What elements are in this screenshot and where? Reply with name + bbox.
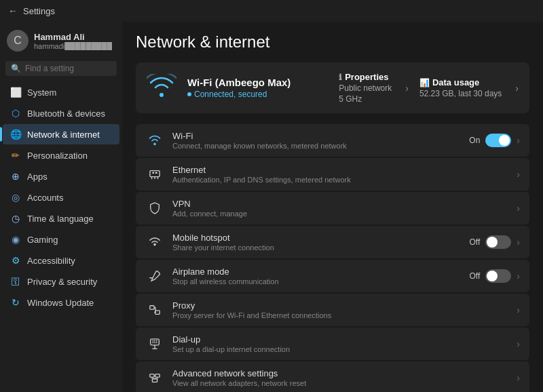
svg-point-11 — [152, 340, 153, 342]
setting-text-dialup: Dial-upSet up a dial-up internet connect… — [172, 334, 508, 353]
properties-header: ℹ Properties — [339, 72, 388, 82]
frequency: 5 GHz — [339, 94, 362, 104]
app-title: Settings — [23, 6, 55, 16]
sidebar-item-apps[interactable]: ⊕Apps — [0, 166, 122, 187]
toggle-label-airplane: Off — [470, 271, 481, 281]
setting-text-advanced: Advanced network settingsView all networ… — [172, 368, 508, 387]
nav-items: ⬜System⬡Bluetooth & devices🌐Network & in… — [0, 81, 122, 313]
wifi-large-icon — [147, 74, 176, 102]
setting-right-airplane: Off› — [470, 269, 520, 283]
setting-row-airplane[interactable]: Airplane modeStop all wireless communica… — [136, 260, 529, 292]
row-chevron-advanced: › — [517, 372, 520, 383]
data-usage[interactable]: 📊 Data usage 52.23 GB, last 30 days — [419, 77, 502, 98]
setting-name-dialup: Dial-up — [172, 334, 508, 345]
svg-rect-20 — [152, 379, 157, 383]
sidebar-item-time[interactable]: ◷Time & language — [0, 208, 122, 229]
setting-row-vpn[interactable]: VPNAdd, connect, manage› — [136, 192, 529, 224]
data-usage-header: 📊 Data usage — [419, 77, 479, 87]
wifi-ssid: Wi-Fi (Ambeego Max) — [187, 77, 328, 88]
row-chevron-proxy: › — [517, 305, 520, 315]
setting-row-proxy[interactable]: ProxyProxy server for Wi-Fi and Ethernet… — [136, 294, 529, 326]
sidebar: C Hammad Ali hammadi█████████ 🔍 ⬜System⬡… — [0, 22, 122, 392]
sidebar-item-personalization[interactable]: ✏Personalization — [0, 145, 122, 165]
sidebar-item-accessibility[interactable]: ⚙Accessibility — [0, 250, 122, 271]
sidebar-item-update[interactable]: ↻Windows Update — [0, 292, 122, 313]
sidebar-item-bluetooth[interactable]: ⬡Bluetooth & devices — [0, 103, 122, 123]
nav-label-gaming: Gaming — [27, 235, 58, 245]
toggle-thumb-airplane — [487, 271, 498, 281]
svg-point-6 — [153, 243, 156, 246]
user-section[interactable]: C Hammad Ali hammadi█████████ — [0, 24, 122, 60]
search-input[interactable] — [25, 64, 127, 73]
nav-icon-update: ↻ — [10, 296, 22, 309]
back-button[interactable]: ← — [8, 5, 18, 16]
setting-icon-proxy — [145, 300, 164, 319]
wifi-status: Connected, secured — [187, 90, 328, 99]
setting-text-airplane: Airplane modeStop all wireless communica… — [172, 267, 462, 286]
page-title: Network & internet — [136, 33, 529, 52]
setting-icon-advanced — [145, 368, 164, 387]
setting-text-proxy: ProxyProxy server for Wi-Fi and Ethernet… — [172, 300, 508, 319]
data-usage-chevron: › — [515, 83, 519, 94]
svg-point-16 — [156, 342, 157, 343]
avatar: C — [7, 30, 29, 52]
setting-icon-ethernet — [145, 165, 164, 184]
toggle-label-wifi: On — [469, 136, 480, 145]
content-area: Network & internet Wi-Fi (Ambeego Max) — [122, 22, 543, 392]
setting-name-vpn: VPN — [172, 199, 508, 209]
nav-icon-personalization: ✏ — [10, 149, 22, 161]
svg-point-15 — [154, 342, 155, 343]
setting-name-ethernet: Ethernet — [172, 165, 508, 175]
setting-text-vpn: VPNAdd, connect, manage — [172, 199, 508, 218]
nav-icon-gaming: ◉ — [10, 233, 22, 246]
setting-row-wifi[interactable]: Wi-FiConnect, manage known networks, met… — [136, 124, 529, 157]
main-layout: C Hammad Ali hammadi█████████ 🔍 ⬜System⬡… — [0, 22, 543, 392]
wifi-banner[interactable]: Wi-Fi (Ambeego Max) Connected, secured ℹ… — [136, 62, 529, 113]
setting-right-vpn: › — [517, 203, 520, 214]
sidebar-item-system[interactable]: ⬜System — [0, 82, 122, 102]
setting-desc-advanced: View all network adapters, network reset — [172, 379, 508, 387]
toggle-switch-airplane[interactable] — [485, 269, 511, 283]
setting-icon-dialup — [145, 334, 164, 353]
setting-name-hotspot: Mobile hotspot — [172, 233, 462, 243]
setting-right-wifi: On› — [469, 134, 520, 147]
nav-label-apps: Apps — [27, 172, 48, 182]
svg-rect-0 — [150, 171, 160, 177]
nav-label-system: System — [27, 87, 56, 98]
nav-icon-privacy: ⚿ — [10, 275, 22, 288]
setting-desc-hotspot: Share your internet connection — [172, 243, 462, 252]
nav-label-update: Windows Update — [27, 298, 94, 308]
svg-rect-4 — [152, 172, 154, 174]
nav-icon-system: ⬜ — [10, 86, 22, 98]
sidebar-item-network[interactable]: 🌐Network & internet — [0, 124, 122, 144]
user-email: hammadi█████████ — [34, 42, 112, 50]
network-type: Public network — [339, 83, 392, 93]
svg-rect-9 — [155, 311, 160, 314]
svg-point-13 — [156, 340, 157, 342]
toggle-switch-wifi[interactable] — [485, 134, 511, 147]
setting-row-dialup[interactable]: Dial-upSet up a dial-up internet connect… — [136, 328, 529, 360]
row-chevron-wifi: › — [517, 135, 520, 146]
setting-row-advanced[interactable]: Advanced network settingsView all networ… — [136, 361, 529, 392]
setting-icon-airplane — [145, 267, 164, 286]
svg-point-12 — [154, 340, 155, 342]
svg-rect-5 — [155, 172, 157, 174]
search-icon: 🔍 — [11, 64, 21, 73]
wifi-info: Wi-Fi (Ambeego Max) Connected, secured — [187, 77, 328, 99]
setting-icon-vpn — [145, 199, 164, 218]
row-chevron-airplane: › — [517, 271, 520, 281]
setting-name-airplane: Airplane mode — [172, 267, 462, 277]
toggle-thumb-wifi — [499, 135, 510, 146]
setting-desc-vpn: Add, connect, manage — [172, 210, 508, 218]
setting-row-ethernet[interactable]: EthernetAuthentication, IP and DNS setti… — [136, 158, 529, 191]
sidebar-item-privacy[interactable]: ⚿Privacy & security — [0, 271, 122, 292]
wifi-properties[interactable]: ℹ Properties Public network 5 GHz — [339, 72, 392, 104]
setting-desc-wifi: Connect, manage known networks, metered … — [172, 142, 461, 150]
setting-desc-dialup: Set up a dial-up internet connection — [172, 345, 508, 353]
toggle-switch-hotspot[interactable] — [485, 235, 511, 249]
sidebar-item-gaming[interactable]: ◉Gaming — [0, 229, 122, 250]
properties-chevron: › — [405, 83, 409, 94]
setting-row-hotspot[interactable]: Mobile hotspotShare your internet connec… — [136, 226, 529, 258]
sidebar-item-accounts[interactable]: ◎Accounts — [0, 187, 122, 208]
search-box[interactable]: 🔍 — [5, 61, 117, 76]
